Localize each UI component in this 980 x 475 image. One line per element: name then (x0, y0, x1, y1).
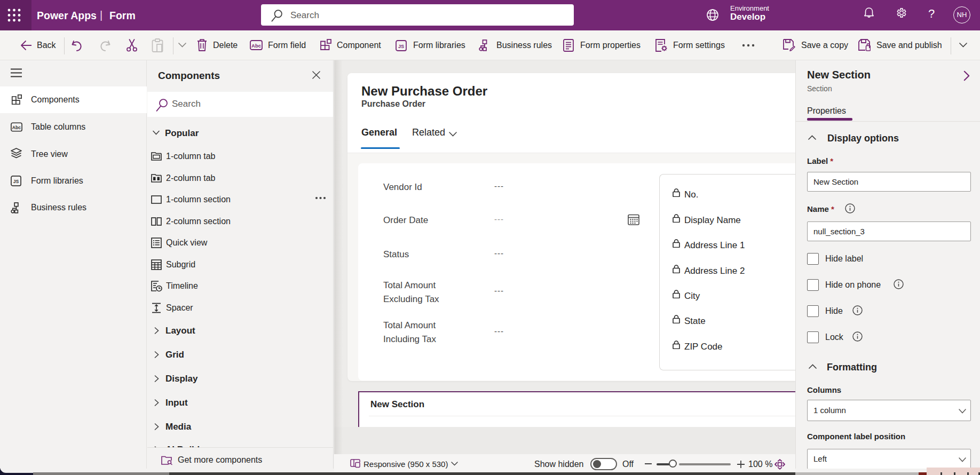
svg-text:JS: JS (398, 44, 404, 49)
svg-text:JS: JS (13, 179, 19, 184)
svg-text:Abc: Abc (251, 43, 261, 49)
svg-text:Abc: Abc (12, 125, 21, 130)
